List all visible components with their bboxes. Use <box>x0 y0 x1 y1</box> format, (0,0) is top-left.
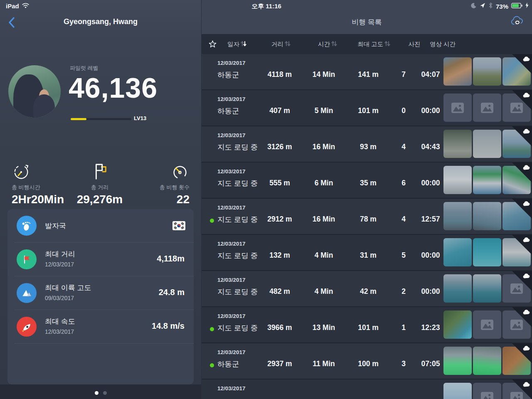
flight-row[interactable]: 12/03/2017 하동군 407 m 5 Min 101 m 0 00:00 <box>202 90 532 126</box>
flight-duration: 4 Min <box>301 251 346 260</box>
achievement-row-max-altitude[interactable]: 최대 이륙 고도 09/03/2017 24.8 m <box>7 276 194 310</box>
flight-row[interactable]: 12/03/2017 지도 로딩 중 3966 m 13 Min 101 m 1… <box>202 307 532 342</box>
flight-max-altitude: 42 m <box>343 287 394 296</box>
image-placeholder-icon <box>481 103 493 113</box>
flight-count-gauge-icon <box>160 161 190 181</box>
photo-thumbnail[interactable] <box>443 347 472 375</box>
photo-thumbnail[interactable] <box>443 238 472 266</box>
photo-thumbnail[interactable] <box>473 202 501 230</box>
achievement-row-max-distance[interactable]: 최대 거리 12/03/2017 4,118m <box>7 243 194 276</box>
flight-distance: 555 m <box>251 179 308 187</box>
flight-row[interactable]: 12/03/2017 지도 로딩 중 3126 m 16 Min 93 m 4 … <box>202 126 532 162</box>
photo-thumbnail[interactable] <box>443 274 472 303</box>
cloud-uploaded-fold <box>512 126 532 146</box>
photo-placeholder[interactable] <box>473 94 501 122</box>
photo-thumbnail[interactable] <box>443 57 472 86</box>
flight-row[interactable]: 12/03/2017 지도 로딩 중 555 m 6 Min 35 m 6 00… <box>202 163 532 198</box>
sort-column-time[interactable]: 시간 <box>318 34 337 54</box>
page-dot[interactable] <box>103 391 107 395</box>
flight-time-icon <box>12 161 64 181</box>
level-progress-fill <box>71 118 86 120</box>
stat-label: 총 비행시간 <box>12 184 64 191</box>
dji-go-app: iPad Gyeongsang, Hwang 파일럿 레벨 46,136 LV1… <box>0 0 532 399</box>
photo-thumbnail[interactable] <box>473 57 501 86</box>
flight-distance: 3966 m <box>251 323 308 332</box>
photo-thumbnail[interactable] <box>443 130 472 158</box>
column-label: 사진 <box>409 40 421 48</box>
sort-arrows-icon <box>241 40 246 49</box>
achievement-value: 24.8 m <box>159 288 185 297</box>
flight-photo-count: 1 <box>389 323 419 332</box>
photo-thumbnail[interactable] <box>473 347 501 375</box>
achievement-row-max-speed[interactable]: 최대 속도 12/03/2017 14.8 m/s <box>7 310 194 344</box>
total-distance-flag-icon <box>62 161 137 181</box>
flight-list-header: 오후 11:16 73% <box>202 0 532 34</box>
cloud-sync-button[interactable] <box>510 15 525 28</box>
flight-date: 12/03/2017 <box>217 277 246 283</box>
flight-max-altitude: 35 m <box>343 179 394 187</box>
photo-placeholder[interactable] <box>443 94 472 122</box>
flight-video-time: 07:05 <box>416 360 446 368</box>
cloud-sync-icon <box>510 22 525 28</box>
photo-thumbnail[interactable] <box>443 310 472 339</box>
sort-arrows-icon <box>285 40 291 49</box>
page-title: Gyeongsang, Hwang <box>0 17 201 26</box>
avatar[interactable] <box>8 65 61 118</box>
bluetooth-icon <box>488 2 493 10</box>
page-dot-active[interactable] <box>95 391 99 395</box>
flight-max-altitude: 101 m <box>343 106 394 115</box>
flight-row[interactable]: 12/03/2017 지도 로딩 중 482 m 4 Min 42 m 2 00… <box>202 271 532 306</box>
flight-photo-count: 0 <box>389 106 419 115</box>
flight-video-time: 04:07 <box>416 70 446 79</box>
photo-thumbnail[interactable] <box>443 202 472 230</box>
sort-column-date[interactable]: 일자 <box>227 34 246 54</box>
achievement-row-footprints[interactable]: 발자국 <box>7 209 194 243</box>
photo-placeholder[interactable] <box>473 310 501 339</box>
cloud-uploaded-icon <box>522 382 530 387</box>
flight-photo-count: 4 <box>389 143 419 151</box>
photo-thumbnail[interactable] <box>473 274 501 303</box>
flight-photo-count: 4 <box>389 215 419 224</box>
flight-duration: 16 Min <box>301 143 346 151</box>
photo-thumbnail[interactable] <box>473 166 501 194</box>
stat-label: 총 비행 횟수 <box>160 184 190 191</box>
flight-date: 12/03/2017 <box>217 241 246 247</box>
stat-value: 29,276m <box>62 193 137 206</box>
column-video-time[interactable]: 영상 시간 <box>427 34 458 54</box>
favorite-filter-star[interactable] <box>208 40 217 49</box>
flight-video-time: 00:00 <box>416 287 446 296</box>
sort-column-distance[interactable]: 거리 <box>271 34 291 54</box>
column-photos[interactable]: 사진 <box>406 34 423 54</box>
flight-duration: 16 Min <box>301 215 346 224</box>
photo-thumbnail[interactable] <box>443 383 472 399</box>
flight-distance: 407 m <box>251 106 308 115</box>
status-time: 오후 11:16 <box>251 2 281 10</box>
flight-date: 12/03/2017 <box>217 132 246 138</box>
flight-row[interactable]: 12/03/2017 <box>202 379 532 399</box>
battery-icon <box>511 2 522 10</box>
cloud-uploaded-icon <box>522 309 530 315</box>
flight-row[interactable]: 12/03/2017 하동군 2937 m 11 Min 100 m 3 07:… <box>202 343 532 379</box>
star-icon <box>208 43 217 49</box>
flight-row[interactable]: 12/03/2017 지도 로딩 중 2912 m 16 Min 78 m 4 … <box>202 199 532 234</box>
photo-placeholder[interactable] <box>473 383 501 399</box>
photo-thumbnail[interactable] <box>443 166 472 194</box>
cloud-uploaded-fold <box>512 307 532 327</box>
image-placeholder-icon <box>481 320 493 330</box>
column-label: 시간 <box>318 40 330 48</box>
flight-row[interactable]: 12/03/2017 하동군 4118 m 14 Min 141 m 7 04:… <box>202 54 532 89</box>
flight-row[interactable]: 12/03/2017 지도 로딩 중 132 m 4 Min 31 m 5 00… <box>202 235 532 270</box>
flight-video-time: 00:00 <box>416 106 446 115</box>
max-speed-rocket-icon <box>17 317 37 337</box>
cloud-uploaded-icon <box>522 273 530 278</box>
flight-duration: 14 Min <box>301 70 346 79</box>
photo-thumbnail[interactable] <box>473 238 501 266</box>
profile-panel: iPad Gyeongsang, Hwang 파일럿 레벨 46,136 LV1… <box>0 0 201 399</box>
sort-column-altitude[interactable]: 최대 고도 <box>357 34 390 54</box>
achievement-date: 12/03/2017 <box>45 328 74 335</box>
photo-thumbnail[interactable] <box>473 130 501 158</box>
bolt-icon <box>525 2 529 10</box>
flight-date: 12/03/2017 <box>217 385 246 392</box>
flight-video-time: 04:43 <box>416 143 446 151</box>
cloud-uploaded-fold <box>512 199 532 219</box>
